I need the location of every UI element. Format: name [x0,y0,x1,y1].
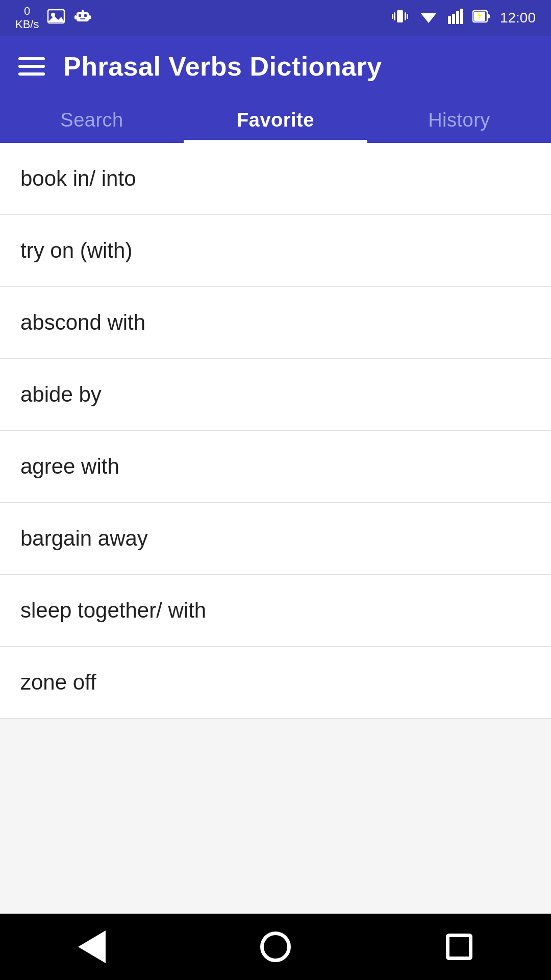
signal-icon [448,9,463,28]
status-left: 0KB/s [15,5,92,32]
svg-rect-19 [460,9,463,24]
hamburger-line-2 [18,65,45,68]
list-item[interactable]: try on (with) [0,215,551,287]
hamburger-line-3 [18,72,45,76]
tab-history[interactable]: History [367,97,551,143]
recents-button[interactable] [429,916,490,977]
list-item[interactable]: sleep together/ with [0,575,551,647]
svg-rect-17 [452,14,455,24]
image-icon [47,9,65,27]
svg-rect-9 [89,15,91,19]
status-bar: 0KB/s [0,0,551,36]
svg-rect-7 [82,10,84,13]
svg-rect-4 [79,14,81,17]
svg-rect-21 [487,14,490,18]
list-item[interactable]: abscond with [0,287,551,359]
svg-rect-5 [84,14,87,17]
app-title: Phrasal Verbs Dictionary [63,51,382,82]
svg-rect-11 [394,12,395,20]
menu-button[interactable] [18,57,45,76]
tab-favorite[interactable]: Favorite [184,97,367,143]
hamburger-line-1 [18,57,45,60]
back-button[interactable] [61,916,122,977]
recents-icon [446,934,472,960]
time-display: 12:00 [500,10,536,26]
favorites-list: book in/ into try on (with) abscond with… [0,143,551,914]
navigation-bar [0,914,551,980]
svg-point-1 [51,13,55,17]
vibrate-icon [391,7,409,29]
robot-icon [73,7,92,29]
svg-rect-12 [405,12,406,20]
svg-marker-15 [420,13,437,23]
svg-rect-13 [392,14,393,19]
tab-search[interactable]: Search [0,97,184,143]
list-item[interactable]: abide by [0,359,551,431]
svg-rect-18 [456,11,459,24]
tab-bar: Search Favorite History [0,97,551,143]
app-header: Phrasal Verbs Dictionary [0,36,551,97]
list-item[interactable]: zone off [0,647,551,719]
svg-rect-16 [448,16,451,24]
svg-rect-6 [80,18,85,19]
svg-marker-2 [48,16,64,22]
speed-indicator: 0KB/s [15,5,39,32]
list-item[interactable]: bargain away [0,503,551,575]
svg-rect-3 [77,12,89,21]
battery-icon [472,9,491,28]
wifi-icon [418,9,439,28]
list-item[interactable]: book in/ into [0,143,551,215]
svg-rect-14 [407,14,408,19]
list-item[interactable]: agree with [0,431,551,503]
back-icon [78,930,106,963]
svg-rect-8 [74,15,77,19]
svg-rect-10 [397,10,403,22]
home-icon [260,932,291,962]
status-right: 12:00 [391,7,536,29]
home-button[interactable] [245,916,306,977]
